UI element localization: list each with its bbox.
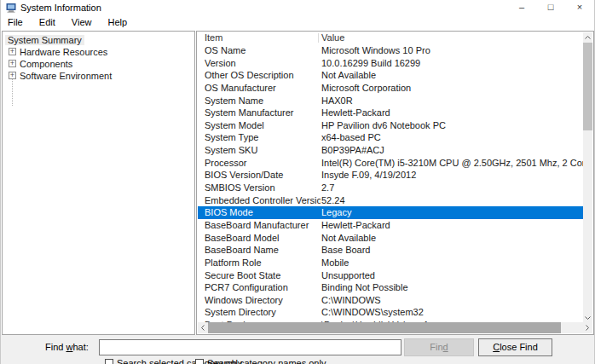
value-cell: 10.0.16299 Build 16299 (321, 57, 583, 70)
item-cell: Processor (205, 157, 321, 170)
value-cell: Microsoft Windows 10 Pro (321, 44, 583, 57)
table-row[interactable]: Secure Boot StateUnsupported (198, 269, 583, 282)
value-cell: Hewlett-Packard (321, 219, 583, 232)
expand-icon[interactable]: + (9, 60, 16, 67)
title-bar: System Information – □ × (1, 0, 594, 15)
table-row[interactable]: Version10.0.16299 Build 16299 (198, 57, 583, 70)
table-row[interactable]: OS ManufacturerMicrosoft Corporation (198, 82, 583, 95)
table-row[interactable]: System DirectoryC:\WINDOWS\system32 (198, 306, 583, 319)
table-row[interactable]: PCR7 ConfigurationBinding Not Possible (198, 281, 583, 294)
scroll-up-icon[interactable] (583, 32, 592, 42)
table-row[interactable]: System ModelHP Pavilion dv6 Notebook PC (198, 119, 583, 132)
value-cell: x64-based PC (321, 131, 583, 144)
app-icon (6, 3, 16, 13)
table-row[interactable]: BaseBoard NameBase Board (198, 244, 583, 257)
vertical-scroll-thumb[interactable] (583, 43, 592, 130)
item-cell: Other OS Description (205, 69, 321, 82)
value-cell: C:\WINDOWS (321, 294, 583, 307)
list-rows: OS NameMicrosoft Windows 10 ProVersion10… (198, 44, 583, 333)
item-cell: PCR7 Configuration (205, 281, 321, 294)
search-category-names-checkbox[interactable]: Search category names only (195, 358, 326, 364)
value-cell: Mobile (321, 257, 583, 269)
table-row[interactable]: Other OS DescriptionNot Available (198, 69, 583, 82)
table-row[interactable]: BIOS ModeLegacy (198, 206, 583, 219)
expand-icon[interactable]: + (9, 48, 16, 55)
horizontal-scrollbar[interactable] (198, 322, 592, 333)
item-cell: BIOS Mode (205, 206, 321, 219)
checkbox-icon[interactable] (105, 359, 113, 364)
item-cell: System Directory (205, 306, 321, 319)
find-bar: Find what: Find Close Find Search select… (1, 335, 594, 364)
scroll-left-icon[interactable] (198, 322, 208, 333)
scroll-down-icon[interactable] (583, 313, 592, 322)
main-area: System Summary + Hardware Resources + Co… (1, 31, 594, 335)
table-row[interactable]: BaseBoard ManufacturerHewlett-Packard (198, 219, 583, 232)
scroll-right-icon[interactable] (582, 322, 592, 333)
item-cell: OS Manufacturer (205, 82, 321, 95)
checkbox-icon[interactable] (195, 359, 204, 364)
item-cell: System Name (205, 95, 321, 107)
item-cell: OS Name (205, 44, 321, 57)
table-row[interactable]: Windows DirectoryC:\WINDOWS (198, 294, 583, 307)
expand-icon[interactable]: + (9, 72, 16, 79)
menu-bar: File Edit View Help (1, 15, 594, 31)
column-header-item[interactable]: Item (205, 32, 222, 43)
table-row[interactable]: System Typex64-based PC (198, 131, 583, 144)
item-cell: System Type (205, 131, 321, 144)
system-information-window: System Information – □ × File Edit View … (0, 0, 595, 364)
tree-item-system-summary[interactable]: System Summary (3, 34, 84, 46)
table-row[interactable]: BIOS Version/DateInsyde F.09, 4/19/2012 (198, 169, 583, 182)
item-cell: System Manufacturer (205, 107, 321, 119)
menu-view[interactable]: View (65, 15, 99, 29)
table-row[interactable]: Platform RoleMobile (198, 257, 583, 269)
item-cell: Version (205, 57, 321, 70)
find-input[interactable] (99, 339, 401, 355)
search-options-row: Search selected category only Search cat… (1, 358, 594, 364)
item-cell: BaseBoard Model (205, 232, 321, 245)
table-row[interactable]: System NameHAX0R (198, 95, 583, 107)
value-cell: HP Pavilion dv6 Notebook PC (321, 119, 583, 132)
value-cell: 52.24 (321, 194, 583, 207)
close-button[interactable]: × (565, 0, 594, 15)
value-cell: 2.7 (321, 182, 583, 194)
window-title: System Information (20, 3, 101, 13)
value-cell: Binding Not Possible (321, 281, 583, 294)
menu-file[interactable]: File (1, 15, 30, 29)
value-cell: Not Available (321, 69, 583, 82)
menu-edit[interactable]: Edit (32, 15, 62, 29)
item-cell: System SKU (205, 144, 321, 157)
column-separator[interactable] (318, 33, 319, 43)
item-cell: BaseBoard Name (205, 244, 321, 257)
horizontal-scroll-thumb[interactable] (208, 322, 561, 333)
table-row[interactable]: BaseBoard ModelNot Available (198, 232, 583, 245)
item-cell: Platform Role (205, 257, 321, 269)
table-row[interactable]: SMBIOS Version2.7 (198, 182, 583, 194)
value-cell: Legacy (321, 206, 583, 219)
item-cell: SMBIOS Version (205, 182, 321, 194)
close-find-button[interactable]: Close Find (478, 338, 552, 356)
value-cell: Base Board (321, 244, 583, 257)
maximize-button[interactable]: □ (536, 0, 565, 15)
menu-help[interactable]: Help (101, 15, 135, 29)
category-tree: System Summary + Hardware Resources + Co… (2, 31, 195, 335)
value-cell: Unsupported (321, 269, 583, 282)
list-header: Item Value (198, 32, 583, 44)
table-row[interactable]: System SKUB0P39PA#ACJ (198, 144, 583, 157)
table-row[interactable]: Embedded Controller Version52.24 (198, 194, 583, 207)
item-cell: Embedded Controller Version (205, 194, 321, 207)
item-cell: Windows Directory (205, 294, 321, 307)
table-row[interactable]: OS NameMicrosoft Windows 10 Pro (198, 44, 583, 57)
item-cell: Secure Boot State (205, 269, 321, 282)
minimize-button[interactable]: – (507, 0, 536, 15)
value-cell: C:\WINDOWS\system32 (321, 306, 583, 319)
column-header-value[interactable]: Value (321, 32, 344, 43)
table-row[interactable]: System ManufacturerHewlett-Packard (198, 107, 583, 119)
detail-list: Item Value OS NameMicrosoft Windows 10 P… (196, 31, 594, 335)
vertical-scrollbar[interactable] (583, 32, 592, 322)
item-cell: BaseBoard Manufacturer (205, 219, 321, 232)
item-cell: System Model (205, 119, 321, 132)
find-what-label: Find what: (45, 342, 89, 352)
table-row[interactable]: ProcessorIntel(R) Core(TM) i5-3210M CPU … (198, 157, 583, 170)
find-button[interactable]: Find (404, 338, 474, 356)
value-cell: B0P39PA#ACJ (321, 144, 583, 157)
